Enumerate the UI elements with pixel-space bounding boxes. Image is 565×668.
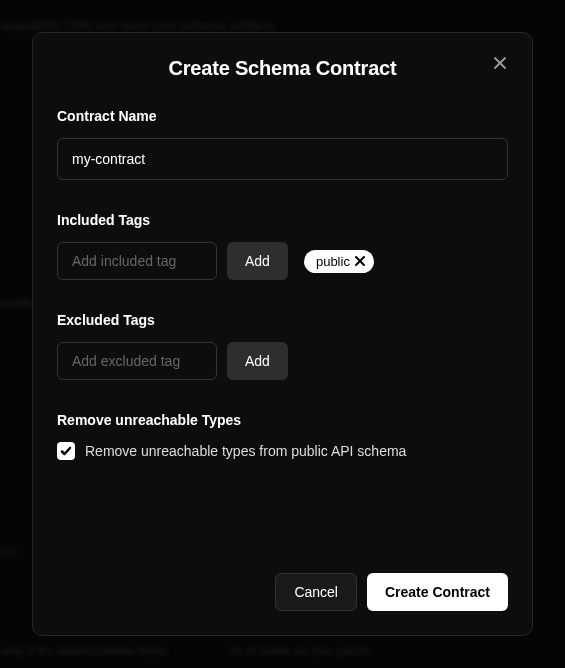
excluded-tags-group: Excluded Tags Add [57,312,508,380]
modal-title: Create Schema Contract [169,57,397,80]
included-tags-label: Included Tags [57,212,508,228]
close-button[interactable] [486,49,514,77]
excluded-tags-row: Add [57,342,508,380]
remove-unreachable-label: Remove unreachable Types [57,412,508,428]
tag-chip-public: public [304,250,374,273]
create-schema-contract-modal: Create Schema Contract Contract Name Inc… [32,32,533,636]
tag-chip-label: public [316,254,350,269]
create-contract-button[interactable]: Create Contract [367,573,508,611]
remove-unreachable-checkbox[interactable] [57,442,75,460]
contract-name-input[interactable] [57,138,508,180]
included-tags-group: Included Tags Add public [57,212,508,280]
included-tags-row: Add public [57,242,508,280]
add-included-tag-button[interactable]: Add [227,242,288,280]
excluded-tag-input[interactable] [57,342,217,380]
remove-unreachable-checkbox-row: Remove unreachable types from public API… [57,442,508,460]
add-excluded-tag-button[interactable]: Add [227,342,288,380]
remove-unreachable-checkbox-label: Remove unreachable types from public API… [85,443,406,459]
remove-unreachable-group: Remove unreachable Types Remove unreacha… [57,412,508,460]
contract-name-label: Contract Name [57,108,508,124]
cancel-button[interactable]: Cancel [275,573,357,611]
excluded-tags-label: Excluded Tags [57,312,508,328]
modal-header: Create Schema Contract [57,57,508,80]
included-tag-input[interactable] [57,242,217,280]
x-icon [354,255,366,267]
contract-name-group: Contract Name [57,108,508,180]
modal-footer: Cancel Create Contract [57,557,508,611]
remove-tag-public-button[interactable] [354,255,366,267]
checkmark-icon [60,445,72,457]
close-icon [493,56,507,70]
